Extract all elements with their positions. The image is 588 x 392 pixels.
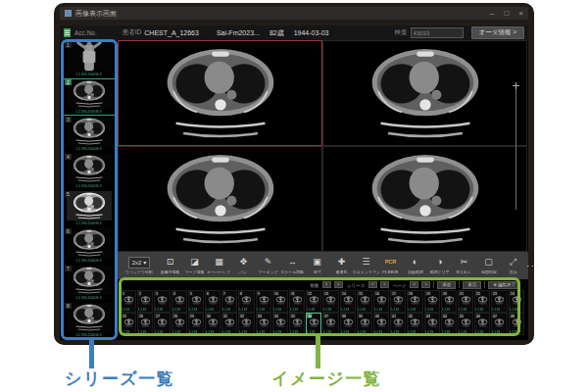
image-thumbnail[interactable]: 271.2.39	[154, 313, 170, 335]
image-thumbnail[interactable]: 281.2.39	[172, 313, 187, 335]
toolbar-button-scale-adjust[interactable]: ↔スケール調整	[280, 257, 305, 274]
image-thumbnail[interactable]: 481.2.39	[509, 313, 524, 335]
image-thumbnail[interactable]: 461.2.39	[474, 313, 490, 335]
image-thumbnail[interactable]: 41.2.39	[172, 290, 187, 313]
save-button[interactable]: 保存	[437, 281, 456, 289]
image-thumbnail[interactable]: 31.2.39	[154, 290, 170, 313]
image-thumbnail[interactable]: 181.2.39	[407, 290, 422, 313]
toolbar-button-overlay[interactable]: ▦オーバーレイ	[207, 257, 231, 274]
image-thumbnail[interactable]: 101.2.39	[272, 290, 288, 313]
image-thumbnail[interactable]: 231.2.39	[491, 290, 507, 313]
image-thumbnail[interactable]: 321.2.39	[238, 313, 254, 335]
toolbar-button-label: パン	[240, 270, 248, 273]
image-thumbnail[interactable]: 261.2.39	[137, 313, 153, 335]
ct-image	[146, 150, 295, 249]
image-thumbnail[interactable]: 401.2.39	[373, 313, 389, 335]
image-thumbnail[interactable]: 371.2.39	[322, 313, 338, 335]
image-thumbnail[interactable]: 201.2.39	[441, 290, 457, 313]
series-item[interactable]: 41.2.394.200036.9	[61, 153, 117, 190]
image-thumbnail[interactable]: 301.2.39	[205, 313, 220, 335]
more-tools-button[interactable]: ･･･	[526, 263, 543, 270]
toolbar-button-pcr[interactable]: PCRPCR処理	[378, 257, 403, 274]
image-thumbnail[interactable]: 441.2.39	[441, 313, 457, 335]
crop-icon: ✂	[461, 257, 468, 268]
series-item[interactable]: 51.2.394.200036.9	[61, 190, 117, 227]
toolbar-button-scanline[interactable]: ☰スキャンライン	[354, 257, 378, 274]
image-thumbnail[interactable]: 161.2.39	[373, 290, 389, 313]
series-item[interactable]: 21.2.394.200036.9	[61, 78, 117, 116]
image-thumbnail-ct	[409, 318, 421, 328]
image-thumbnail[interactable]: 121.2.39	[306, 290, 321, 313]
toolbar-button-tone-clear[interactable]: ◑階調クリア	[427, 257, 452, 274]
image-thumbnail[interactable]: 21.2.39	[137, 290, 153, 313]
close-button[interactable]: ×	[518, 7, 523, 20]
image-thumbnail[interactable]: 361.2.39	[306, 313, 321, 335]
series-item[interactable]: 31.2.394.200036.9	[61, 116, 117, 153]
image-thumbnail[interactable]: 11.2.39	[121, 290, 136, 313]
image-thumbnail[interactable]: 221.2.39	[474, 290, 490, 313]
series-next-button[interactable]: >	[380, 281, 389, 288]
page-prev-button[interactable]: <	[410, 281, 418, 288]
layout-select[interactable]: 2x2 ▾	[128, 257, 151, 269]
image-thumbnail[interactable]: 351.2.39	[289, 313, 305, 335]
order-info-button[interactable]: オーダ情報 >	[471, 26, 524, 39]
toolbar-button-crop[interactable]: ✂切り出し	[452, 257, 476, 274]
image-thumbnail[interactable]: 451.2.39	[458, 313, 473, 335]
image-thumbnail[interactable]: 191.2.39	[424, 290, 440, 313]
image-thumbnail[interactable]: 411.2.39	[390, 313, 406, 335]
image-thumbnail[interactable]: 91.2.39	[256, 290, 271, 313]
count-prev-button[interactable]: <	[322, 281, 331, 288]
image-thumbnail[interactable]: 331.2.39	[256, 313, 271, 335]
image-thumbnail[interactable]: 241.2.39	[509, 290, 524, 313]
image-thumbnail[interactable]: 171.2.39	[390, 290, 406, 313]
image-thumbnail[interactable]: 341.2.39	[272, 313, 288, 335]
image-thumbnail[interactable]: 381.2.39	[340, 313, 356, 335]
image-thumbnail[interactable]: 111.2.39	[289, 290, 305, 313]
image-thumbnail[interactable]: 211.2.39	[458, 290, 473, 313]
viewport-cell-2[interactable]	[322, 40, 527, 146]
count-next-button[interactable]: >	[334, 281, 343, 288]
show-button[interactable]: 表示	[463, 281, 481, 289]
edit-finish-button[interactable]: ⊗ 編集終了	[488, 281, 520, 289]
image-thumbnail[interactable]: 141.2.39	[340, 290, 356, 313]
image-thumbnail-ct	[207, 318, 220, 328]
image-thumbnail[interactable]: 471.2.39	[491, 313, 507, 335]
viewport-cell-4[interactable]	[322, 146, 527, 252]
viewport-cell-3[interactable]	[118, 146, 322, 252]
toolbar-button-optimize[interactable]: ✚最適化	[329, 257, 354, 274]
image-thumbnail[interactable]: 251.2.39	[121, 313, 136, 335]
image-thumbnail[interactable]: 291.2.39	[188, 313, 204, 335]
scrollbar-handle-icon[interactable]	[513, 82, 519, 89]
toolbar-button-range-select[interactable]: ▢範囲指定	[476, 257, 501, 274]
image-thumbnail[interactable]: 311.2.39	[221, 313, 237, 335]
image-uid-text: 1.2.39	[425, 308, 433, 312]
series-prev-button[interactable]: <	[368, 281, 377, 288]
exam-number-input[interactable]	[411, 27, 464, 38]
image-thumbnail[interactable]: 71.2.39	[221, 290, 237, 313]
toolbar-button-pan[interactable]: ✥パン	[231, 257, 256, 274]
toolbar-button-auto-tone[interactable]: ◐自動階調	[403, 257, 427, 274]
series-item[interactable]: 11.2.392.200036.9	[61, 41, 117, 78]
image-thumbnail[interactable]: 421.2.39	[407, 313, 422, 335]
slice-scrollbar[interactable]	[515, 84, 516, 210]
image-thumbnail[interactable]: 431.2.39	[424, 313, 440, 335]
image-thumbnail[interactable]: 51.2.39	[188, 290, 204, 313]
viewport-cell-1[interactable]	[118, 40, 322, 146]
series-item[interactable]: 61.2.394.200036.9	[61, 227, 117, 265]
toolbar-button-image-info[interactable]: ⊡画像内情報	[158, 257, 182, 274]
image-thumbnail[interactable]: 61.2.39	[205, 290, 220, 313]
image-thumbnail[interactable]: 391.2.39	[357, 313, 372, 335]
image-thumbnail[interactable]: 131.2.39	[322, 290, 338, 313]
series-thumbnail-image	[67, 266, 112, 295]
series-item[interactable]: 81.2.394.200036.9	[61, 302, 117, 339]
maximize-button[interactable]: □	[504, 7, 509, 20]
image-thumbnail[interactable]: 151.2.39	[357, 290, 372, 313]
minimize-button[interactable]: –	[490, 7, 494, 20]
page-next-button[interactable]: >	[421, 281, 430, 288]
toolbar-button-enlarge[interactable]: ⤢拡大	[501, 257, 525, 274]
image-thumbnail[interactable]: 81.2.39	[238, 290, 254, 313]
toolbar-button-actual-size[interactable]: ▣原寸	[305, 257, 329, 274]
series-item[interactable]: 71.2.394.200036.9	[61, 265, 117, 302]
toolbar-button-marking[interactable]: ✎マーキング	[256, 257, 280, 274]
toolbar-button-mark-info[interactable]: ◪マーク情報	[182, 257, 207, 274]
